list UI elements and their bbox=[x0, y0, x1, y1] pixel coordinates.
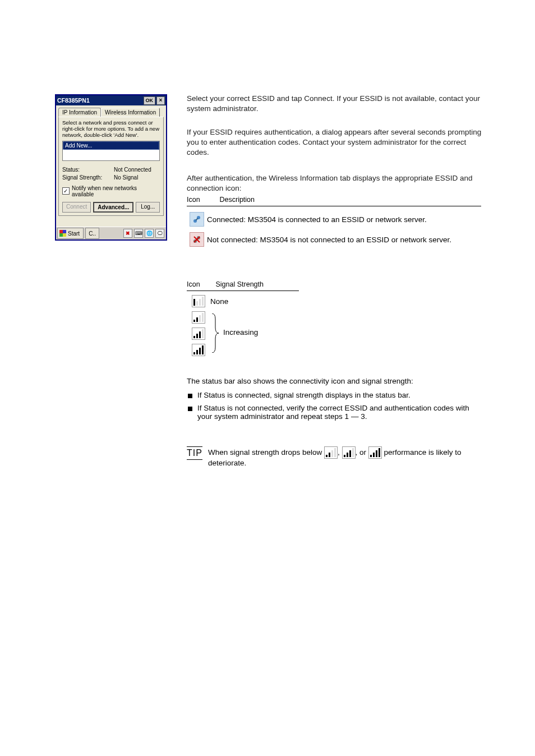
wireless-panel: Select a network and press connect or ri… bbox=[58, 117, 164, 216]
signal-3-icon bbox=[192, 344, 205, 356]
tray-globe-icon[interactable]: 🌐 bbox=[145, 229, 154, 238]
advanced-button[interactable]: Advanced... bbox=[93, 202, 133, 213]
col-icon: Icon bbox=[187, 280, 214, 288]
table-row: None bbox=[187, 295, 299, 307]
signal-none-icon bbox=[192, 295, 205, 307]
connect-button[interactable]: Connect bbox=[62, 202, 91, 213]
signal-strength-table: Icon Signal Strength None bbox=[187, 280, 299, 356]
task-item[interactable]: C.. bbox=[85, 228, 99, 239]
windows-logo-icon bbox=[59, 230, 66, 237]
signal-2-icon bbox=[342, 446, 356, 459]
bullet-icon bbox=[188, 394, 192, 398]
signal-2-icon bbox=[192, 328, 205, 340]
bullet-text: If Status is not connected, verify the c… bbox=[197, 404, 481, 421]
wireless-dialog: CF8385PN1 OK × IP Information Wireless I… bbox=[55, 94, 167, 241]
tip-callout: TIP When signal strength drops below , ,… bbox=[187, 446, 481, 467]
signal-value: No Signal bbox=[114, 174, 138, 181]
step-2: If your ESSID requires authentication, a… bbox=[187, 127, 484, 158]
tab-ip-information[interactable]: IP Information bbox=[58, 108, 101, 117]
svg-line-2 bbox=[196, 218, 198, 220]
network-list[interactable]: Add New... bbox=[62, 141, 160, 161]
close-button[interactable]: × bbox=[156, 96, 165, 105]
table1-header: Icon Description bbox=[187, 196, 481, 206]
signal-3-icon bbox=[368, 446, 382, 459]
system-tray: ✖ ⌨ 🌐 🖵 bbox=[123, 229, 166, 238]
step-3: After authentication, the Wireless Infor… bbox=[187, 173, 484, 193]
button-row: Connect Advanced... Log... bbox=[62, 202, 160, 213]
status-label: Status: bbox=[62, 167, 114, 173]
signal-1-icon bbox=[324, 446, 338, 459]
status-row: Status: Not Connected bbox=[62, 167, 160, 173]
connection-icon-table: Icon Description Connected: MS3504 is co… bbox=[187, 196, 481, 247]
list-item: If Status is not connected, verify the c… bbox=[187, 404, 481, 421]
add-new-item[interactable]: Add New... bbox=[63, 141, 159, 150]
tray-network-icon[interactable]: ✖ bbox=[123, 229, 132, 238]
start-button[interactable]: Start bbox=[57, 228, 84, 239]
brace-icon bbox=[211, 314, 219, 353]
bullet-intro: The status bar also shows the connectivi… bbox=[187, 377, 481, 385]
col-signal: Signal Strength bbox=[215, 280, 263, 288]
bullet-text: If Status is connected, signal strength … bbox=[197, 391, 411, 399]
notify-label: Notify when new networks available bbox=[72, 185, 160, 197]
log-button[interactable]: Log... bbox=[136, 202, 160, 213]
not-connected-desc: Not connected: MS3504 is not connected t… bbox=[207, 236, 481, 244]
signal-label: Signal Strength: bbox=[62, 174, 114, 181]
tab-wireless-information[interactable]: Wireless Information bbox=[101, 108, 160, 117]
bullet-section: The status bar also shows the connectivi… bbox=[187, 377, 481, 425]
tip-text: When signal strength drops below , , or … bbox=[208, 446, 481, 467]
list-item: If Status is connected, signal strength … bbox=[187, 391, 481, 399]
dialog-title: CF8385PN1 bbox=[57, 97, 90, 104]
status-value: Not Connected bbox=[114, 167, 151, 173]
start-label: Start bbox=[68, 231, 80, 237]
taskbar: Start C.. ✖ ⌨ 🌐 🖵 bbox=[56, 227, 166, 239]
table-row: Not connected: MS3504 is not connected t… bbox=[187, 232, 481, 247]
connected-desc: Connected: MS3504 is connected to an ESS… bbox=[207, 215, 481, 224]
dialog-titlebar: CF8385PN1 OK × bbox=[56, 95, 166, 105]
connected-icon bbox=[190, 212, 204, 227]
ok-button[interactable]: OK bbox=[144, 96, 156, 105]
signal-row: Signal Strength: No Signal bbox=[62, 174, 160, 181]
table-row bbox=[187, 311, 299, 324]
signal-none-label: None bbox=[210, 297, 228, 306]
col-icon: Icon bbox=[187, 196, 218, 204]
instruction-text: Select a network and press connect or ri… bbox=[62, 120, 160, 139]
tray-monitor-icon[interactable]: 🖵 bbox=[155, 229, 164, 238]
table-row: Connected: MS3504 is connected to an ESS… bbox=[187, 212, 481, 227]
table2-header: Icon Signal Strength bbox=[187, 280, 299, 291]
checkbox-icon[interactable]: ✓ bbox=[62, 187, 70, 195]
col-desc: Description bbox=[219, 196, 255, 204]
bullet-icon bbox=[188, 407, 192, 411]
increasing-label: Increasing bbox=[223, 328, 258, 336]
tray-keyboard-icon[interactable]: ⌨ bbox=[134, 229, 143, 238]
table-row bbox=[187, 344, 299, 356]
not-connected-icon bbox=[190, 232, 204, 247]
step-1: Select your correct ESSID and tap Connec… bbox=[187, 94, 484, 114]
notify-checkbox-row[interactable]: ✓ Notify when new networks available bbox=[62, 185, 160, 197]
tab-strip: IP Information Wireless Information bbox=[56, 105, 166, 117]
signal-1-icon bbox=[192, 311, 205, 324]
tip-label: TIP bbox=[187, 446, 202, 460]
